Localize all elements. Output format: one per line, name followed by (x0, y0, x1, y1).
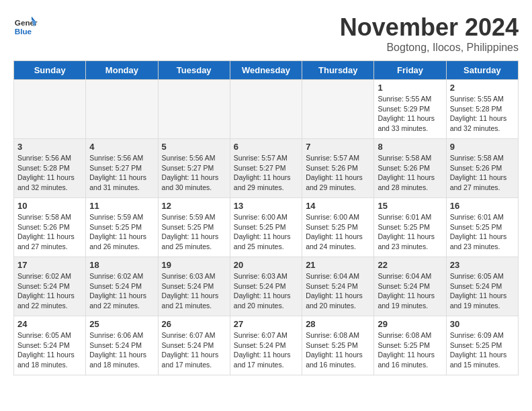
day-number: 22 (378, 260, 442, 270)
day-number: 7 (306, 142, 370, 152)
day-number: 25 (89, 319, 154, 329)
day-number: 3 (17, 142, 82, 152)
day-info: Sunrise: 6:03 AM Sunset: 5:24 PM Dayligh… (162, 271, 226, 311)
calendar-cell: 15Sunrise: 6:01 AM Sunset: 5:25 PM Dayli… (374, 198, 446, 257)
calendar-cell: 10Sunrise: 5:58 AM Sunset: 5:26 PM Dayli… (14, 198, 86, 257)
calendar-cell (14, 80, 86, 139)
calendar-cell: 1Sunrise: 5:55 AM Sunset: 5:29 PM Daylig… (374, 80, 446, 139)
calendar-cell (86, 80, 158, 139)
day-info: Sunrise: 6:09 AM Sunset: 5:25 PM Dayligh… (450, 330, 515, 370)
calendar-week-5: 24Sunrise: 6:05 AM Sunset: 5:24 PM Dayli… (14, 316, 519, 375)
title-area: November 2024 Bogtong, Ilocos, Philippin… (340, 13, 519, 54)
weekday-header-thursday: Thursday (302, 61, 374, 80)
day-info: Sunrise: 6:00 AM Sunset: 5:25 PM Dayligh… (306, 212, 370, 252)
day-number: 24 (17, 319, 82, 329)
day-info: Sunrise: 5:56 AM Sunset: 5:27 PM Dayligh… (89, 153, 154, 193)
calendar-cell: 3Sunrise: 5:56 AM Sunset: 5:28 PM Daylig… (14, 139, 86, 198)
day-number: 6 (234, 142, 298, 152)
calendar-cell: 5Sunrise: 5:56 AM Sunset: 5:27 PM Daylig… (158, 139, 230, 198)
calendar-cell: 7Sunrise: 5:57 AM Sunset: 5:26 PM Daylig… (302, 139, 374, 198)
day-number: 21 (306, 260, 370, 270)
calendar-table: SundayMondayTuesdayWednesdayThursdayFrid… (13, 60, 519, 375)
calendar-week-2: 3Sunrise: 5:56 AM Sunset: 5:28 PM Daylig… (14, 139, 519, 198)
day-number: 29 (378, 319, 442, 329)
day-number: 5 (162, 142, 226, 152)
weekday-header-sunday: Sunday (14, 61, 86, 80)
day-info: Sunrise: 5:57 AM Sunset: 5:27 PM Dayligh… (234, 153, 298, 193)
logo: General Blue (13, 13, 38, 38)
svg-text:Blue: Blue (15, 27, 32, 36)
calendar-cell: 26Sunrise: 6:07 AM Sunset: 5:24 PM Dayli… (158, 316, 230, 375)
day-info: Sunrise: 6:05 AM Sunset: 5:24 PM Dayligh… (17, 330, 82, 370)
calendar-cell: 22Sunrise: 6:04 AM Sunset: 5:24 PM Dayli… (374, 257, 446, 316)
weekday-header-tuesday: Tuesday (158, 61, 230, 80)
calendar-cell: 23Sunrise: 6:05 AM Sunset: 5:24 PM Dayli… (446, 257, 518, 316)
day-info: Sunrise: 6:01 AM Sunset: 5:25 PM Dayligh… (450, 212, 515, 252)
weekday-header-wednesday: Wednesday (230, 61, 302, 80)
day-number: 1 (378, 83, 442, 93)
day-number: 30 (450, 319, 515, 329)
day-info: Sunrise: 6:08 AM Sunset: 5:25 PM Dayligh… (306, 330, 370, 370)
calendar-cell: 13Sunrise: 6:00 AM Sunset: 5:25 PM Dayli… (230, 198, 302, 257)
calendar-cell: 19Sunrise: 6:03 AM Sunset: 5:24 PM Dayli… (158, 257, 230, 316)
day-info: Sunrise: 5:57 AM Sunset: 5:26 PM Dayligh… (306, 153, 370, 193)
calendar-cell: 14Sunrise: 6:00 AM Sunset: 5:25 PM Dayli… (302, 198, 374, 257)
day-number: 2 (450, 83, 515, 93)
day-number: 12 (162, 201, 226, 211)
day-info: Sunrise: 5:55 AM Sunset: 5:28 PM Dayligh… (450, 94, 515, 134)
day-info: Sunrise: 5:55 AM Sunset: 5:29 PM Dayligh… (378, 94, 442, 134)
day-info: Sunrise: 5:56 AM Sunset: 5:28 PM Dayligh… (17, 153, 82, 193)
day-number: 17 (17, 260, 82, 270)
day-number: 11 (89, 201, 154, 211)
day-number: 20 (234, 260, 298, 270)
calendar-cell: 21Sunrise: 6:04 AM Sunset: 5:24 PM Dayli… (302, 257, 374, 316)
calendar-cell (302, 80, 374, 139)
calendar-cell: 25Sunrise: 6:06 AM Sunset: 5:24 PM Dayli… (86, 316, 158, 375)
weekday-header-friday: Friday (374, 61, 446, 80)
day-info: Sunrise: 5:59 AM Sunset: 5:25 PM Dayligh… (162, 212, 226, 252)
location-subtitle: Bogtong, Ilocos, Philippines (340, 42, 519, 54)
day-info: Sunrise: 6:02 AM Sunset: 5:24 PM Dayligh… (89, 271, 154, 311)
day-number: 8 (378, 142, 442, 152)
day-info: Sunrise: 6:00 AM Sunset: 5:25 PM Dayligh… (234, 212, 298, 252)
calendar-cell: 18Sunrise: 6:02 AM Sunset: 5:24 PM Dayli… (86, 257, 158, 316)
day-number: 23 (450, 260, 515, 270)
day-number: 26 (162, 319, 226, 329)
day-number: 19 (162, 260, 226, 270)
calendar-cell: 6Sunrise: 5:57 AM Sunset: 5:27 PM Daylig… (230, 139, 302, 198)
day-number: 27 (234, 319, 298, 329)
month-title: November 2024 (340, 13, 519, 42)
calendar-cell: 17Sunrise: 6:02 AM Sunset: 5:24 PM Dayli… (14, 257, 86, 316)
calendar-week-1: 1Sunrise: 5:55 AM Sunset: 5:29 PM Daylig… (14, 80, 519, 139)
calendar-cell: 28Sunrise: 6:08 AM Sunset: 5:25 PM Dayli… (302, 316, 374, 375)
calendar-week-3: 10Sunrise: 5:58 AM Sunset: 5:26 PM Dayli… (14, 198, 519, 257)
day-info: Sunrise: 6:03 AM Sunset: 5:24 PM Dayligh… (234, 271, 298, 311)
day-info: Sunrise: 6:07 AM Sunset: 5:24 PM Dayligh… (234, 330, 298, 370)
calendar-cell (158, 80, 230, 139)
calendar-cell: 2Sunrise: 5:55 AM Sunset: 5:28 PM Daylig… (446, 80, 518, 139)
calendar-cell: 30Sunrise: 6:09 AM Sunset: 5:25 PM Dayli… (446, 316, 518, 375)
day-number: 10 (17, 201, 82, 211)
calendar-cell: 12Sunrise: 5:59 AM Sunset: 5:25 PM Dayli… (158, 198, 230, 257)
day-number: 4 (89, 142, 154, 152)
calendar-cell: 8Sunrise: 5:58 AM Sunset: 5:26 PM Daylig… (374, 139, 446, 198)
day-info: Sunrise: 5:59 AM Sunset: 5:25 PM Dayligh… (89, 212, 154, 252)
day-info: Sunrise: 5:58 AM Sunset: 5:26 PM Dayligh… (17, 212, 82, 252)
day-info: Sunrise: 6:04 AM Sunset: 5:24 PM Dayligh… (378, 271, 442, 311)
day-info: Sunrise: 6:06 AM Sunset: 5:24 PM Dayligh… (89, 330, 154, 370)
calendar-cell: 27Sunrise: 6:07 AM Sunset: 5:24 PM Dayli… (230, 316, 302, 375)
day-info: Sunrise: 5:58 AM Sunset: 5:26 PM Dayligh… (450, 153, 515, 193)
day-info: Sunrise: 6:05 AM Sunset: 5:24 PM Dayligh… (450, 271, 515, 311)
calendar-cell: 20Sunrise: 6:03 AM Sunset: 5:24 PM Dayli… (230, 257, 302, 316)
day-number: 18 (89, 260, 154, 270)
day-info: Sunrise: 5:56 AM Sunset: 5:27 PM Dayligh… (162, 153, 226, 193)
calendar-cell (230, 80, 302, 139)
day-number: 15 (378, 201, 442, 211)
calendar-cell: 11Sunrise: 5:59 AM Sunset: 5:25 PM Dayli… (86, 198, 158, 257)
weekday-header-saturday: Saturday (446, 61, 518, 80)
day-number: 13 (234, 201, 298, 211)
day-number: 28 (306, 319, 370, 329)
day-info: Sunrise: 6:01 AM Sunset: 5:25 PM Dayligh… (378, 212, 442, 252)
calendar-cell: 29Sunrise: 6:08 AM Sunset: 5:25 PM Dayli… (374, 316, 446, 375)
day-info: Sunrise: 6:04 AM Sunset: 5:24 PM Dayligh… (306, 271, 370, 311)
